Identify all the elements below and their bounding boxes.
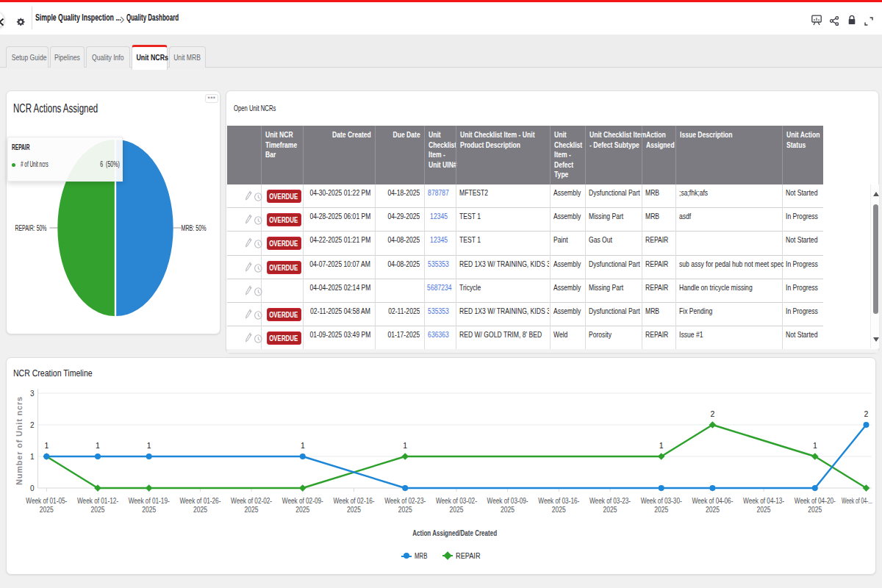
svg-text:2025: 2025 bbox=[603, 506, 617, 514]
svg-text:1: 1 bbox=[813, 441, 817, 450]
svg-text:2025: 2025 bbox=[245, 506, 259, 514]
svg-text:0: 0 bbox=[30, 484, 35, 492]
svg-text:1: 1 bbox=[96, 441, 100, 450]
svg-text:2025: 2025 bbox=[398, 506, 412, 514]
svg-text:2: 2 bbox=[864, 409, 869, 418]
svg-text:Week of 04-...: Week of 04-... bbox=[842, 497, 872, 505]
svg-text:2025: 2025 bbox=[142, 506, 156, 514]
svg-text:2025: 2025 bbox=[193, 506, 207, 514]
svg-text:2025: 2025 bbox=[91, 506, 105, 514]
svg-text:1: 1 bbox=[403, 441, 407, 450]
svg-text:2025: 2025 bbox=[706, 506, 720, 514]
svg-text:2025: 2025 bbox=[295, 506, 309, 514]
svg-text:Week of 04-06-: Week of 04-06- bbox=[692, 497, 733, 505]
svg-text:2025: 2025 bbox=[757, 506, 771, 514]
svg-text:2: 2 bbox=[710, 409, 714, 418]
svg-text:1: 1 bbox=[301, 441, 305, 450]
svg-text:Week of 01-26-: Week of 01-26- bbox=[179, 497, 220, 505]
svg-text:2025: 2025 bbox=[501, 506, 514, 514]
svg-text:2025: 2025 bbox=[347, 506, 361, 514]
svg-text:REPAIR: 50%: REPAIR: 50% bbox=[15, 223, 47, 232]
svg-text:Week of 01-05-: Week of 01-05- bbox=[26, 497, 67, 505]
svg-text:1: 1 bbox=[659, 441, 664, 450]
svg-text:1: 1 bbox=[147, 441, 151, 450]
svg-text:Week of 01-12-: Week of 01-12- bbox=[77, 497, 118, 505]
svg-text:Week of 04-20-: Week of 04-20- bbox=[795, 497, 836, 505]
svg-text:Week of 03-09-: Week of 03-09- bbox=[487, 497, 528, 505]
svg-text:Week of 02-02-: Week of 02-02- bbox=[231, 497, 272, 505]
svg-text:Week of 03-02-: Week of 03-02- bbox=[436, 497, 477, 505]
svg-text:3: 3 bbox=[30, 390, 35, 398]
svg-text:2025: 2025 bbox=[449, 506, 463, 514]
svg-text:1: 1 bbox=[30, 453, 35, 461]
svg-text:2025: 2025 bbox=[40, 506, 54, 514]
svg-text:Week of 03-16-: Week of 03-16- bbox=[538, 497, 579, 505]
svg-text:Week of 04-13-: Week of 04-13- bbox=[743, 497, 784, 505]
svg-text:2025: 2025 bbox=[654, 506, 668, 514]
svg-text:MRB: 50%: MRB: 50% bbox=[182, 223, 207, 232]
svg-text:Week of 02-23-: Week of 02-23- bbox=[384, 497, 426, 505]
svg-text:1: 1 bbox=[44, 441, 49, 450]
svg-text:Week of 02-09-: Week of 02-09- bbox=[282, 497, 323, 505]
svg-text:2025: 2025 bbox=[808, 506, 822, 514]
svg-text:Week of 03-30-: Week of 03-30- bbox=[641, 497, 682, 505]
svg-text:Week of 03-23-: Week of 03-23- bbox=[589, 497, 631, 505]
svg-text:Week of 01-19-: Week of 01-19- bbox=[129, 497, 170, 505]
svg-text:2: 2 bbox=[30, 421, 35, 429]
svg-text:2025: 2025 bbox=[552, 506, 566, 514]
svg-text:Week of 02-16-: Week of 02-16- bbox=[334, 497, 375, 505]
